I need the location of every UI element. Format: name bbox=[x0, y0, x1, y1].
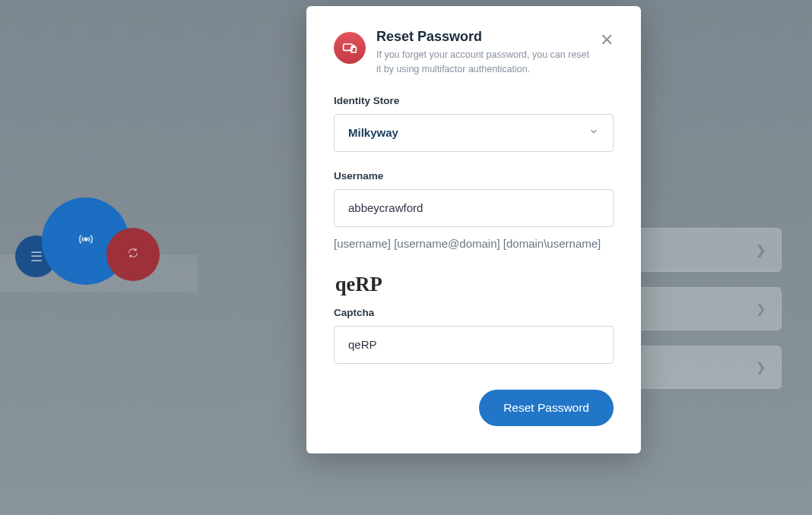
svg-point-0 bbox=[84, 238, 87, 241]
cloud-right-small bbox=[106, 228, 160, 281]
broadcast-icon bbox=[78, 231, 94, 251]
chevron-right-icon: ❯ bbox=[756, 302, 766, 316]
reset-password-modal: Reset Password If you forget your accoun… bbox=[306, 6, 641, 453]
chevron-down-icon bbox=[588, 126, 599, 139]
identity-store-select[interactable]: Milkyway bbox=[334, 114, 614, 152]
chevron-right-icon: ❯ bbox=[756, 243, 766, 258]
chevron-right-icon: ❯ bbox=[756, 360, 766, 374]
reset-password-icon bbox=[334, 32, 366, 64]
captcha-label: Captcha bbox=[334, 307, 614, 318]
username-hint: [username] [username@domain] [domain\use… bbox=[334, 235, 614, 252]
captcha-image: qeRP bbox=[335, 272, 382, 296]
captcha-input[interactable] bbox=[334, 326, 614, 364]
modal-title: Reset Password bbox=[376, 29, 589, 45]
username-input[interactable] bbox=[334, 189, 614, 227]
decorative-clouds: ☰ bbox=[15, 197, 167, 281]
identity-store-label: Identity Store bbox=[334, 95, 614, 106]
username-label: Username bbox=[334, 170, 614, 182]
identity-store-selected: Milkyway bbox=[348, 126, 398, 139]
refresh-icon bbox=[127, 247, 139, 263]
card-icon: ☰ bbox=[30, 248, 43, 265]
modal-subtitle: If you forget your account password, you… bbox=[376, 48, 589, 77]
close-icon[interactable]: ✕ bbox=[600, 29, 614, 49]
reset-password-button[interactable]: Reset Password bbox=[479, 390, 614, 426]
